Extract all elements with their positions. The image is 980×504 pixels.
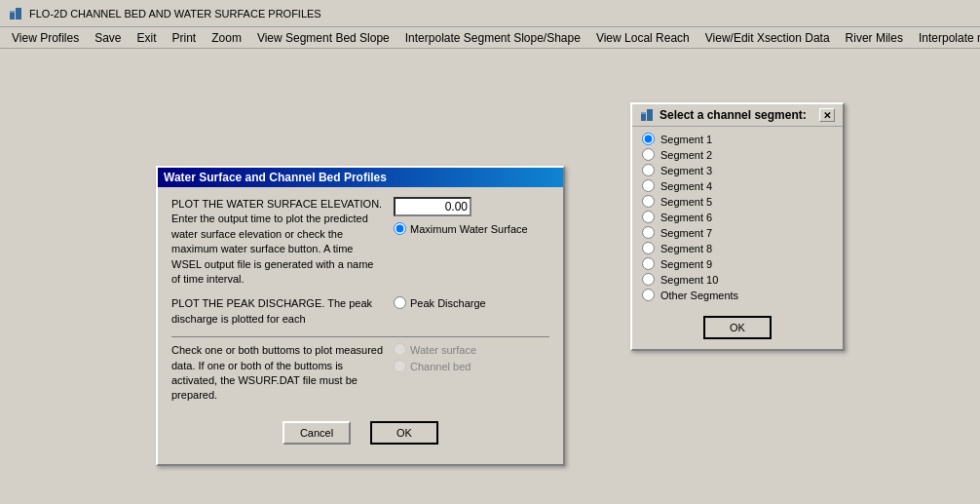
channel-bed-option[interactable]: Channel bed [394,360,471,372]
menu-interpolate-n-values[interactable]: Interpolate n-values [911,29,980,47]
segment-item-2[interactable]: Segment 2 [642,148,833,161]
segment-title-left: Select a channel segment: [640,108,807,122]
svg-rect-4 [647,109,653,121]
section3-text: Check one or both buttoms to plot measur… [171,343,394,404]
segment-item-3[interactable]: Segment 3 [642,164,833,176]
segment-item-8[interactable]: Segment 8 [642,242,833,254]
segment-radio-other[interactable] [642,289,655,301]
section2-controls: Peak Discharge [394,296,549,327]
menu-river-miles[interactable]: River Miles [838,29,911,47]
segment-item-5[interactable]: Segment 5 [642,195,833,208]
channel-bed-radio[interactable] [394,360,406,372]
segment-label-1: Segment 1 [660,134,712,145]
menu-view-segment-bed-slope[interactable]: View Segment Bed Slope [249,29,397,47]
section-water-surface: PLOT THE WATER SURFACE ELEVATION. Enter … [171,197,549,287]
section3-controls: Water surface Channel bed [394,343,549,404]
segment-dialog: Select a channel segment: ✕ Segment 1 Se… [630,102,845,351]
svg-rect-5 [641,112,646,114]
peak-discharge-radio[interactable] [394,296,406,309]
dialog-footer: Cancel OK [171,413,549,454]
segment-item-4[interactable]: Segment 4 [642,179,833,192]
section-peak-discharge: PLOT THE PEAK DISCHARGE. The peak discha… [171,296,549,327]
time-input[interactable] [394,197,471,216]
water-surface-measured-radio[interactable] [394,343,406,356]
segment-item-9[interactable]: Segment 9 [642,257,833,270]
segment-radio-7[interactable] [642,226,655,239]
section-measured-data: Check one or both buttoms to plot measur… [171,343,549,404]
menu-save[interactable]: Save [87,29,129,47]
menu-view-edit-xsection[interactable]: View/Edit Xsection Data [697,29,838,47]
svg-rect-1 [16,8,21,19]
segment-radio-8[interactable] [642,242,655,254]
segment-item-1[interactable]: Segment 1 [642,133,833,145]
peak-discharge-option[interactable]: Peak Discharge [394,296,486,309]
menu-exit[interactable]: Exit [130,29,165,47]
segment-label-5: Segment 5 [660,196,712,208]
max-water-surface-label: Maximum Water Surface [410,223,528,235]
menu-print[interactable]: Print [165,29,205,47]
segment-dialog-title-bar: Select a channel segment: ✕ [632,104,843,127]
segment-footer: OK [632,310,843,349]
segment-label-7: Segment 7 [660,227,712,239]
segment-ok-button[interactable]: OK [703,316,772,339]
main-dialog-title-bar: Water Surface and Channel Bed Profiles [158,168,563,187]
segment-dialog-close[interactable]: ✕ [819,108,835,122]
max-water-surface-radio[interactable] [394,222,406,235]
segment-radio-1[interactable] [642,133,655,145]
cancel-button[interactable]: Cancel [283,421,351,445]
segment-radio-6[interactable] [642,211,655,223]
main-area: Water Surface and Channel Bed Profiles P… [0,49,980,504]
segment-item-10[interactable]: Segment 10 [642,273,833,286]
channel-bed-label: Channel bed [410,361,471,372]
svg-rect-2 [10,11,15,13]
segment-radio-10[interactable] [642,273,655,286]
main-dialog-title: Water Surface and Channel Bed Profiles [164,171,387,184]
segment-item-7[interactable]: Segment 7 [642,226,833,239]
segment-radio-9[interactable] [642,257,655,270]
segment-label-3: Segment 3 [660,165,712,176]
title-bar: FLO-2D CHANNEL BED AND WATER SURFACE PRO… [0,0,980,27]
app-icon [8,6,23,21]
section1-text: PLOT THE WATER SURFACE ELEVATION. Enter … [171,197,394,287]
segment-label-8: Segment 8 [660,243,712,254]
segment-label-10: Segment 10 [660,274,718,286]
menu-bar: View Profiles Save Exit Print Zoom View … [0,27,980,49]
menu-zoom[interactable]: Zoom [204,29,249,47]
section1-controls: Maximum Water Surface [394,197,549,287]
water-surface-measured-label: Water surface [410,344,476,356]
segment-list: Segment 1 Segment 2 Segment 3 Segment 4 … [632,127,843,310]
segment-radio-2[interactable] [642,148,655,161]
app-title: FLO-2D CHANNEL BED AND WATER SURFACE PRO… [29,8,321,19]
segment-item-6[interactable]: Segment 6 [642,211,833,223]
segment-radio-5[interactable] [642,195,655,208]
segment-label-9: Segment 9 [660,258,712,270]
menu-view-local-reach[interactable]: View Local Reach [588,29,697,47]
segment-item-other[interactable]: Other Segments [642,289,833,301]
menu-view-profiles[interactable]: View Profiles [4,29,87,47]
section2-text: PLOT THE PEAK DISCHARGE. The peak discha… [171,296,394,327]
segment-label-4: Segment 4 [660,180,712,192]
segment-radio-4[interactable] [642,179,655,192]
segment-dialog-icon [640,108,654,122]
main-dialog: Water Surface and Channel Bed Profiles P… [156,166,565,466]
segment-radio-3[interactable] [642,164,655,176]
segment-label-6: Segment 6 [660,212,712,223]
menu-interpolate-segment[interactable]: Interpolate Segment Slope/Shape [397,29,588,47]
segment-label-2: Segment 2 [660,149,712,161]
peak-discharge-label: Peak Discharge [410,297,486,309]
segment-label-other: Other Segments [660,290,738,301]
segment-dialog-title: Select a channel segment: [660,108,807,122]
water-surface-measured-option[interactable]: Water surface [394,343,476,356]
ok-button[interactable]: OK [370,421,438,445]
max-water-surface-option[interactable]: Maximum Water Surface [394,222,528,235]
